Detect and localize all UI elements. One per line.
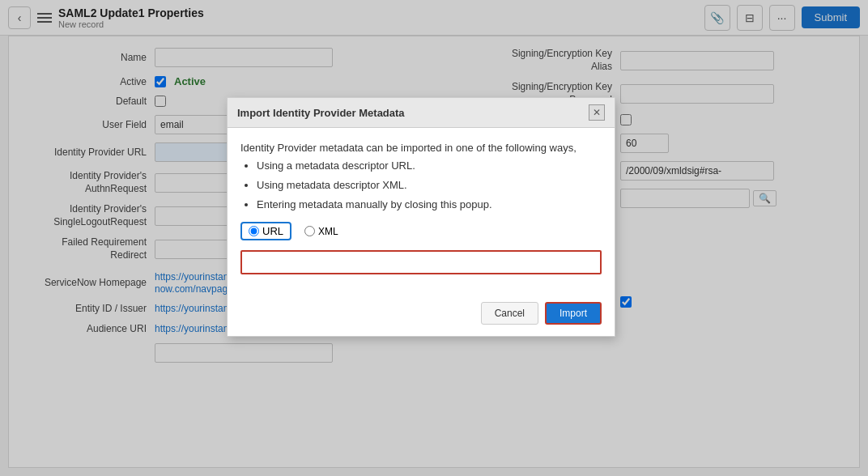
xml-option[interactable]: XML [304,226,338,237]
bullet-2: Using metadata descriptor XML. [257,176,602,194]
xml-radio[interactable] [304,226,315,236]
cancel-button[interactable]: Cancel [481,302,538,325]
url-input[interactable] [240,250,602,274]
url-radio[interactable] [249,226,259,236]
modal-body: Identity Provider metadata can be import… [228,128,615,295]
import-metadata-modal: Import Identity Provider Metadata ✕ Iden… [227,97,615,337]
bullet-1: Using a metadata descriptor URL. [257,157,602,175]
modal-header: Import Identity Provider Metadata ✕ [228,98,615,128]
url-option[interactable]: URL [240,222,291,240]
modal-title: Import Identity Provider Metadata [237,107,405,119]
bullet-3: Entering metadata manually by closing th… [257,196,602,214]
modal-footer: Cancel Import [228,295,615,336]
url-input-wrap [240,250,602,274]
modal-close-button[interactable]: ✕ [589,104,605,121]
import-button[interactable]: Import [545,302,602,325]
xml-label: XML [318,226,338,237]
url-label: URL [262,225,283,237]
modal-description: Identity Provider metadata can be import… [240,139,602,214]
page: ‹ SAML2 Update1 Properties New record 📎 … [0,0,868,476]
modal-options: URL XML [240,222,602,240]
